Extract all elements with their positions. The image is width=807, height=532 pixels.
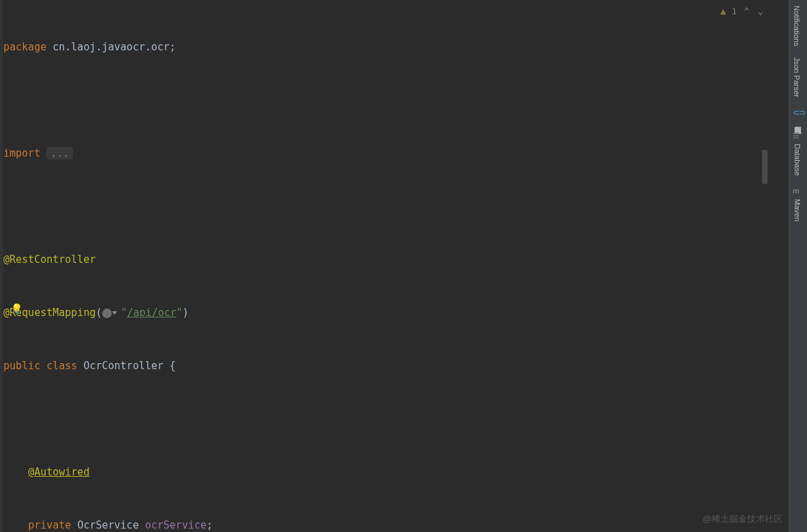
code-content[interactable]: package cn.laoj.javaocr.ocr; import ... … xyxy=(0,0,788,532)
globe-icon xyxy=(102,309,112,318)
annotation-autowired: @Autowired xyxy=(28,466,89,478)
code-editor[interactable]: ▲ 1 ⌃ ⌄ package cn.laoj.javaocr.ocr; imp… xyxy=(0,0,788,532)
database-icon: ☰ xyxy=(793,131,802,141)
sidebar-maven[interactable]: m Maven xyxy=(789,181,806,227)
sidebar-label: Json Parser xyxy=(793,57,801,97)
editor-gutter xyxy=(0,0,3,532)
intention-bulb-icon[interactable]: 💡 xyxy=(11,303,22,314)
class-name: OcrController xyxy=(83,360,163,372)
maven-icon: m xyxy=(793,187,802,196)
prev-highlight-button[interactable]: ⌃ xyxy=(742,5,750,16)
scrollbar[interactable] xyxy=(761,0,769,532)
folded-imports[interactable]: ... xyxy=(46,147,73,159)
sidebar-label: Maven xyxy=(793,199,802,221)
package-name: cn.laoj.javaocr.ocr; xyxy=(46,41,176,53)
sidebar-notifications[interactable]: Notifications xyxy=(789,0,805,52)
sidebar-app-observer[interactable]: ⊂⊃ 应用观测器 xyxy=(789,103,807,126)
sidebar-database[interactable]: ☰ Database xyxy=(789,126,806,181)
sidebar-label: Database xyxy=(793,144,802,176)
inspection-widget[interactable]: ▲ 1 ⌃ ⌄ xyxy=(720,5,765,16)
keyword-import: import xyxy=(3,147,40,159)
keyword-package: package xyxy=(3,41,46,53)
api-path: /api/ocr xyxy=(127,307,177,319)
sidebar-label: Notifications xyxy=(793,5,801,46)
observer-icon: ⊂⊃ xyxy=(793,108,803,118)
scroll-thumb[interactable] xyxy=(762,150,767,184)
sidebar-json-parser[interactable]: Json Parser xyxy=(789,52,805,103)
url-gutter-icon[interactable] xyxy=(102,304,121,322)
right-tool-sidebar: Notifications Json Parser ⊂⊃ 应用观测器 ☰ Dat… xyxy=(788,0,807,532)
warning-count: 1 xyxy=(731,6,737,16)
warning-icon: ▲ xyxy=(720,5,726,16)
annotation-restcontroller: @RestController xyxy=(3,253,95,266)
field-ocrservice: ocrService xyxy=(145,519,207,531)
watermark: @稀土掘金技术社区 xyxy=(703,513,782,525)
